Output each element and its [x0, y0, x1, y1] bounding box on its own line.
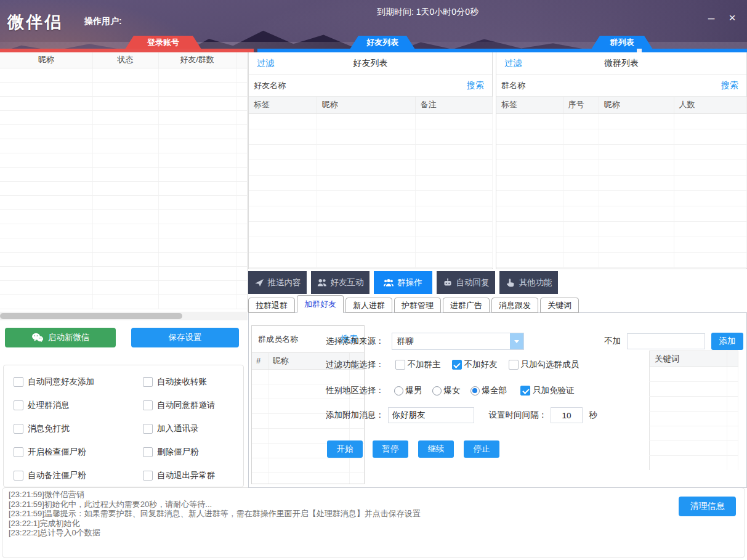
radio-males[interactable]: 爆男: [394, 385, 422, 396]
subtab-group-guard[interactable]: 护群管理: [394, 298, 441, 313]
table-row[interactable]: [0, 280, 248, 294]
table-row[interactable]: [496, 190, 746, 206]
table-row[interactable]: [249, 160, 492, 175]
table-row[interactable]: [249, 190, 492, 206]
table-row[interactable]: [0, 96, 248, 110]
table-row[interactable]: [0, 294, 248, 309]
table-row[interactable]: [249, 129, 492, 144]
pause-button[interactable]: 暂停: [373, 440, 408, 458]
table-row[interactable]: [249, 144, 492, 160]
option-auto-accept-group-invite[interactable]: 自动同意群邀请: [143, 398, 243, 412]
option-auto-receive-transfer[interactable]: 自动接收转账: [143, 375, 243, 389]
table-row[interactable]: [0, 195, 248, 209]
option-message-mute[interactable]: 消息免打扰: [14, 421, 143, 436]
close-button[interactable]: ×: [724, 10, 740, 26]
table-row[interactable]: [650, 426, 738, 441]
save-settings-button[interactable]: 保存设置: [131, 328, 239, 347]
minimize-button[interactable]: –: [703, 10, 719, 26]
table-row[interactable]: [0, 110, 248, 124]
table-row[interactable]: [0, 224, 248, 238]
table-row[interactable]: [496, 221, 746, 237]
table-row[interactable]: [0, 266, 248, 280]
subtab-newcomer-join[interactable]: 新人进群: [345, 298, 392, 313]
table-row[interactable]: [249, 237, 492, 252]
tab-group-list[interactable]: 群列表: [591, 36, 653, 49]
table-row[interactable]: [496, 237, 746, 252]
stop-button[interactable]: 停止: [464, 440, 499, 458]
friend-filter-link[interactable]: 过滤: [257, 58, 274, 69]
table-row[interactable]: [650, 441, 738, 456]
group-search-button[interactable]: 搜索: [721, 80, 738, 91]
table-row[interactable]: [0, 252, 248, 266]
option-add-to-contacts[interactable]: 加入通讯录: [143, 421, 243, 436]
option-verification-free-only[interactable]: 只加免验证: [520, 385, 575, 396]
tab-friend-interaction[interactable]: 好友互动: [311, 271, 369, 294]
clear-log-button[interactable]: 清理信息: [679, 497, 736, 516]
option-auto-accept-friend[interactable]: 自动同意好友添加: [14, 375, 143, 389]
table-row[interactable]: [496, 129, 746, 144]
accounts-horizontal-scrollbar[interactable]: [0, 312, 248, 320]
radio-everyone[interactable]: 爆全部: [470, 385, 507, 396]
table-row[interactable]: [496, 206, 746, 221]
option-check-zombie-fans[interactable]: 开启检查僵尸粉: [14, 445, 143, 459]
option-no-friends[interactable]: 不加好友: [452, 359, 498, 370]
table-row[interactable]: [0, 167, 248, 181]
exclude-input[interactable]: [627, 333, 705, 349]
add-keyword-button[interactable]: 添加: [711, 333, 743, 350]
resume-button[interactable]: 继续: [418, 440, 454, 458]
option-auto-remark-zombie-fans[interactable]: 自动备注僵尸粉: [14, 468, 143, 482]
subtab-join-group-ads[interactable]: 进群广告: [443, 298, 490, 313]
option-auto-exit-abnormal-group[interactable]: 自动退出异常群: [143, 468, 243, 482]
table-row[interactable]: [496, 144, 746, 160]
table-row[interactable]: [0, 153, 248, 167]
table-row[interactable]: [249, 113, 492, 129]
subtab-keywords[interactable]: 关键词: [540, 298, 579, 313]
table-row[interactable]: [496, 252, 746, 267]
column-header-nickname: 昵称: [599, 97, 674, 113]
radio-females[interactable]: 爆女: [432, 385, 461, 396]
subtab-add-group-friends[interactable]: 加群好友: [297, 295, 344, 313]
source-select[interactable]: 群聊: [392, 333, 524, 350]
table-row[interactable]: [650, 397, 738, 412]
table-row[interactable]: [249, 252, 492, 267]
table-row[interactable]: [650, 412, 738, 426]
table-row[interactable]: [249, 206, 492, 221]
table-row[interactable]: [496, 175, 746, 190]
table-row[interactable]: [496, 113, 746, 129]
interval-input[interactable]: [551, 407, 583, 423]
table-row[interactable]: [0, 82, 248, 96]
tab-login-accounts[interactable]: 登录账号: [125, 36, 201, 49]
option-only-selected-members[interactable]: 只加勾选群成员: [509, 359, 579, 370]
table-row[interactable]: [650, 382, 738, 397]
table-row[interactable]: [0, 124, 248, 139]
table-row[interactable]: [252, 473, 364, 484]
start-new-wechat-button[interactable]: 启动新微信: [5, 328, 116, 347]
attached-message-input[interactable]: [388, 407, 474, 423]
scrollbar-thumb[interactable]: [0, 313, 182, 319]
message-interval-row: 添加附加消息： 设置时间间隔： 秒: [326, 407, 597, 424]
table-row[interactable]: [0, 68, 248, 82]
option-no-group-owner[interactable]: 不加群主: [395, 359, 441, 370]
subtab-message-follow[interactable]: 消息跟发: [491, 298, 538, 313]
table-row[interactable]: [0, 209, 248, 224]
friend-search-button[interactable]: 搜索: [467, 80, 484, 91]
start-button[interactable]: 开始: [327, 440, 363, 458]
tab-other-functions[interactable]: 其他功能: [499, 271, 558, 294]
table-row[interactable]: [0, 181, 248, 195]
option-handle-group-message[interactable]: 处理群消息: [14, 398, 143, 412]
subtab-pull-exit-group[interactable]: 拉群退群: [248, 298, 295, 313]
tab-push-content[interactable]: 推送内容: [248, 271, 307, 294]
option-delete-zombie-fans[interactable]: 删除僵尸粉: [143, 445, 243, 459]
table-row[interactable]: [650, 456, 738, 471]
table-row[interactable]: [650, 367, 738, 382]
table-row[interactable]: [249, 221, 492, 237]
table-row[interactable]: [0, 139, 248, 153]
tab-group-operations[interactable]: 群操作: [374, 271, 432, 294]
table-row[interactable]: [496, 160, 746, 175]
table-row[interactable]: [252, 458, 364, 473]
table-row[interactable]: [0, 238, 248, 252]
tab-auto-reply[interactable]: 自动回复: [437, 271, 495, 294]
table-row[interactable]: [249, 175, 492, 190]
tab-friend-list[interactable]: 好友列表: [350, 36, 415, 49]
group-filter-link[interactable]: 过滤: [504, 58, 522, 69]
